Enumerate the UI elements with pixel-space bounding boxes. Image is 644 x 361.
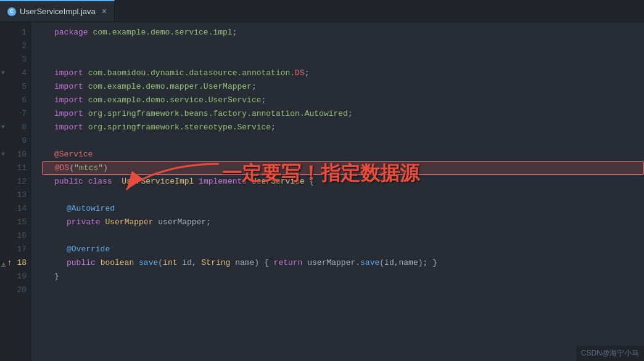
line-numbers: 1 2 3 ▼4 5 6 7 ▼8 9 ▼10 11 12 13 14 15 1… [0, 22, 32, 361]
bottom-bar: CSDN@海宁小马 [576, 346, 644, 361]
code-line-19: } [42, 270, 644, 283]
line-num-5: 5 [0, 80, 31, 94]
line-num-12: 12 [0, 175, 31, 189]
code-line-4: import com.baomidou.dynamic.datasource.a… [42, 67, 644, 80]
line-num-18: ⚠ ↑ 18 [0, 256, 31, 270]
tab-bar: C UserServiceImpl.java × [0, 0, 644, 22]
line-num-10: ▼10 [0, 148, 31, 161]
code-line-15: private UserMapper userMapper; [42, 216, 644, 229]
code-line-5: import com.example.demo.mapper.UserMappe… [42, 80, 644, 94]
line-num-11: 11 [0, 161, 31, 175]
code-line-2 [42, 39, 644, 53]
code-line-16 [42, 229, 644, 243]
code-line-20 [42, 283, 644, 297]
code-line-3 [42, 53, 644, 67]
tab-file-icon: C [7, 7, 16, 16]
line-num-7: 7 [0, 107, 31, 121]
tab-userserviceimpl[interactable]: C UserServiceImpl.java × [0, 0, 115, 22]
line-num-19: 19 [0, 270, 31, 283]
credit-text: CSDN@海宁小马 [581, 349, 639, 357]
line-num-16: 16 [0, 229, 31, 243]
line-num-2: 2 [0, 39, 31, 53]
code-line-18: public boolean save(int id, String name)… [42, 256, 644, 270]
code-area: 1 2 3 ▼4 5 6 7 ▼8 9 ▼10 11 12 13 14 15 1… [0, 22, 644, 361]
line-num-3: 3 [0, 53, 31, 67]
line-num-20: 20 [0, 283, 31, 297]
line-num-1: 1 [0, 26, 31, 39]
code-line-17: @Override [42, 243, 644, 256]
tab-close-button[interactable]: × [102, 7, 107, 17]
line-num-13: 13 [0, 189, 31, 202]
code-line-6: import com.example.demo.service.UserServ… [42, 94, 644, 107]
code-line-12: public class UserServiceImpl implements … [42, 175, 644, 189]
code-line-13 [42, 189, 644, 202]
tab-filename: UserServiceImpl.java [20, 7, 96, 16]
line-num-14: 14 [0, 202, 31, 216]
code-line-11: @DS("mtcs") [42, 161, 644, 175]
line-num-17: 17 [0, 243, 31, 256]
code-content[interactable]: package com.example.demo.service.impl; i… [32, 22, 644, 361]
line-num-4: ▼4 [0, 67, 31, 80]
line-num-6: 6 [0, 94, 31, 107]
code-line-1: package com.example.demo.service.impl; [42, 26, 644, 39]
code-line-14: @Autowired [42, 202, 644, 216]
code-line-9 [42, 134, 644, 148]
code-line-10: @Service [42, 148, 644, 161]
line-num-15: 15 [0, 216, 31, 229]
line-num-8: ▼8 [0, 121, 31, 134]
line-num-9: 9 [0, 134, 31, 148]
code-line-7: import org.springframework.beans.factory… [42, 107, 644, 121]
code-line-8: import org.springframework.stereotype.Se… [42, 121, 644, 134]
